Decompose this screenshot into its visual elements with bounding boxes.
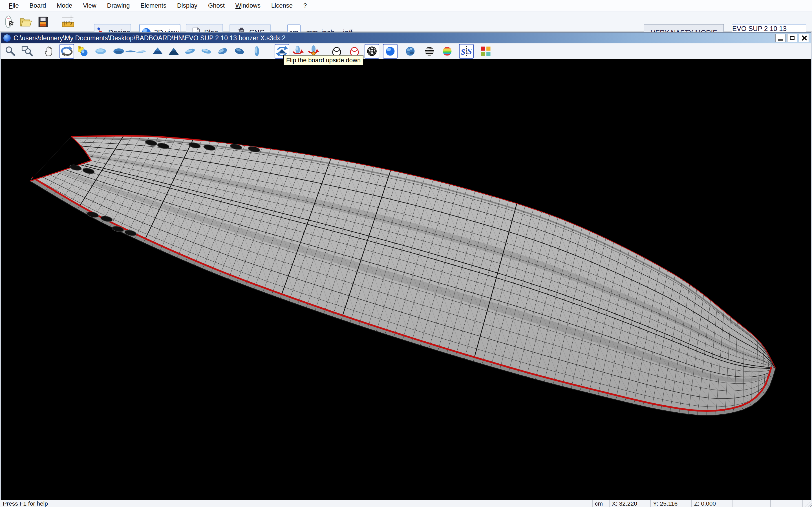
- render-stripes-icon: [423, 45, 436, 57]
- menu-help[interactable]: ?: [298, 2, 312, 9]
- menu-drawing[interactable]: Drawing: [102, 2, 135, 9]
- menu-file[interactable]: File: [3, 2, 24, 9]
- window-title: C:\users\dennery\My Documents\Desktop\BA…: [13, 34, 286, 42]
- maximize-icon: [790, 36, 795, 40]
- menu-ghost[interactable]: Ghost: [203, 2, 230, 9]
- svg-text:0: 0: [70, 24, 71, 27]
- document-window: C:\users\dennery\My Documents\Desktop\BA…: [1, 32, 811, 500]
- render-solid-icon: [384, 45, 396, 57]
- tooltip-text: Flip the board upside down: [286, 57, 361, 64]
- render-textured-button[interactable]: [403, 44, 417, 59]
- view-nose-icon: [167, 45, 180, 57]
- view-persp-2-icon: [200, 45, 213, 57]
- render-solid-button[interactable]: [383, 44, 398, 59]
- zoom-icon: [4, 45, 17, 57]
- view-rocker-icon: [135, 45, 147, 57]
- view-nose-button[interactable]: [166, 44, 181, 59]
- view-persp-2-button[interactable]: [199, 44, 214, 59]
- view-side-icon: [251, 45, 263, 57]
- svg-text:S: S: [461, 47, 465, 56]
- status-bar: Press F1 for help cm X: 32.220 Y: 25.116…: [0, 500, 812, 507]
- menu-bar: FileBoardModeViewDrawingElementsDisplayG…: [0, 0, 812, 11]
- menu-display[interactable]: Display: [172, 2, 203, 9]
- menu-windows[interactable]: Windows: [230, 2, 266, 9]
- status-z-coordinate: Z: 0.000: [691, 500, 732, 507]
- view-deck-icon: [94, 45, 107, 57]
- board-3d-render: [1, 59, 811, 500]
- colors-button[interactable]: [478, 44, 493, 59]
- view-tail-icon: [151, 45, 164, 57]
- view-persp-3-button[interactable]: [215, 44, 230, 59]
- light-icon: [77, 45, 89, 57]
- view-tail-button[interactable]: [150, 44, 165, 59]
- view-persp-1-icon: [184, 45, 196, 57]
- svg-text:S: S: [467, 47, 472, 56]
- view-persp-4-icon: [233, 45, 246, 57]
- zoom-window-icon: [21, 45, 34, 57]
- status-x-coordinate: X: 32.220: [609, 500, 650, 507]
- window-titlebar[interactable]: C:\users\dennery\My Documents\Desktop\BA…: [1, 33, 811, 43]
- open-folder-icon[interactable]: [17, 14, 33, 30]
- save-icon[interactable]: [35, 14, 51, 30]
- status-help-text: Press F1 for help: [3, 500, 48, 507]
- view-persp-4-button[interactable]: [232, 44, 247, 59]
- status-y-coordinate: Y: 25.116: [650, 500, 691, 507]
- view-toolbar: SS: [1, 43, 811, 59]
- minimize-icon: [778, 40, 783, 41]
- main-toolbar: VERY NASTY MODIF EVO SUP 2 10 13 bonzer …: [0, 11, 812, 32]
- app-sphere-icon: [3, 34, 11, 42]
- symmetry-icon: SS: [460, 45, 472, 57]
- measure-icon[interactable]: 10: [60, 14, 75, 30]
- render-wireframe-icon: [366, 45, 378, 57]
- view-deck-button[interactable]: [93, 44, 108, 59]
- light-button[interactable]: [76, 44, 91, 59]
- colors-icon: [479, 45, 492, 57]
- close-button[interactable]: [799, 34, 809, 42]
- new-board-icon[interactable]: [1, 14, 17, 30]
- render-curvature-icon: [441, 45, 453, 57]
- tooltip: Flip the board upside down: [283, 55, 363, 65]
- menu-view[interactable]: View: [78, 2, 101, 9]
- render-curvature-button[interactable]: [440, 44, 455, 59]
- zoom-window-button[interactable]: [20, 44, 35, 59]
- symmetry-button[interactable]: SS: [459, 44, 474, 59]
- menu-license[interactable]: License: [266, 2, 298, 9]
- pan-hand-icon: [43, 45, 55, 57]
- view-persp-3-icon: [216, 45, 229, 57]
- view-persp-1-button[interactable]: [183, 44, 197, 59]
- menu-elements[interactable]: Elements: [135, 2, 172, 9]
- view-rocker-button[interactable]: [134, 44, 149, 59]
- status-unit: cm: [592, 500, 609, 507]
- zoom-button[interactable]: [3, 44, 18, 59]
- status-empty-panel: [732, 500, 770, 507]
- rotate-3d-button[interactable]: [59, 44, 74, 59]
- render-textured-icon: [404, 45, 416, 57]
- svg-text:1: 1: [64, 24, 65, 27]
- status-empty-panel: [770, 500, 802, 507]
- view-side-button[interactable]: [250, 44, 264, 59]
- maximize-button[interactable]: [787, 34, 797, 42]
- render-wireframe-button[interactable]: [364, 44, 379, 59]
- menu-mode[interactable]: Mode: [51, 2, 78, 9]
- menu-board[interactable]: Board: [24, 2, 51, 9]
- close-icon: [801, 35, 807, 41]
- render-stripes-button[interactable]: [422, 44, 437, 59]
- rotate-3d-icon: [61, 45, 73, 57]
- pan-hand-button[interactable]: [42, 44, 56, 59]
- board-3d-viewport[interactable]: [1, 59, 811, 500]
- minimize-button[interactable]: [775, 34, 785, 42]
